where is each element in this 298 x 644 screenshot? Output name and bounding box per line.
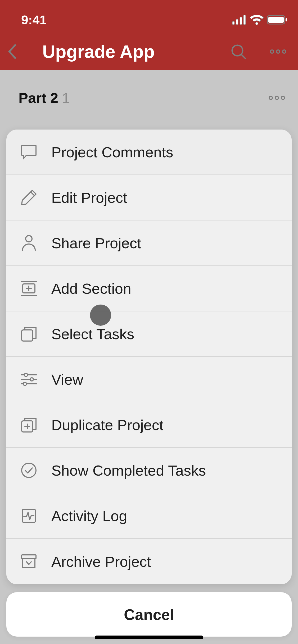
section-count: 1 [62,90,70,106]
menu-item-label: Archive Project [51,553,151,570]
menu-item-archive-project[interactable]: Archive Project [6,539,292,584]
svg-point-24 [24,373,28,376]
action-sheet: Project Comments Edit Project [6,130,292,637]
svg-point-7 [232,45,243,56]
svg-rect-2 [240,17,242,25]
svg-rect-5 [268,17,284,23]
search-icon [231,44,246,59]
svg-rect-34 [22,555,36,559]
svg-point-28 [23,382,26,385]
menu-item-label: Share Project [51,234,141,252]
cellular-icon [232,15,247,25]
svg-point-13 [275,96,278,99]
chevron-left-icon [7,44,17,59]
menu-item-label: Show Completed Tasks [51,462,206,479]
svg-point-10 [277,50,280,53]
menu-item-label: View [51,371,83,388]
back-button[interactable] [0,44,24,59]
svg-rect-22 [22,330,33,341]
check-circle-icon [17,458,41,482]
svg-rect-0 [232,21,234,25]
svg-point-14 [281,96,285,99]
section-title: Part 2 [19,90,58,106]
menu-item-label: Activity Log [51,507,127,525]
duplicate-icon [17,413,41,437]
cancel-label: Cancel [124,606,174,623]
action-sheet-menu: Project Comments Edit Project [6,130,292,584]
section-header: Part 2 1 [19,87,287,108]
sliders-icon [17,367,41,391]
menu-item-share-project[interactable]: Share Project [6,220,292,266]
search-button[interactable] [227,44,250,59]
menu-item-label: Project Comments [51,144,173,161]
more-button[interactable] [266,49,290,54]
home-indicator [95,636,203,639]
status-time: 9:41 [21,13,47,27]
top-bar: 9:41 [0,0,298,70]
svg-point-12 [269,96,272,99]
menu-item-view[interactable]: View [6,357,292,402]
svg-rect-3 [243,15,246,25]
menu-item-label: Select Tasks [51,325,134,343]
status-icons [232,15,287,25]
menu-item-add-section[interactable]: Add Section [6,266,292,311]
activity-icon [17,504,41,528]
svg-rect-6 [286,18,287,21]
more-horizontal-icon [269,49,287,54]
pencil-icon [17,186,41,209]
menu-item-show-completed[interactable]: Show Completed Tasks [6,448,292,493]
svg-point-16 [26,236,32,242]
section-more-button[interactable] [266,95,287,100]
status-bar: 9:41 [0,11,298,29]
menu-item-activity-log[interactable]: Activity Log [6,493,292,539]
menu-item-select-tasks[interactable]: Select Tasks [6,311,292,357]
cancel-button[interactable]: Cancel [6,592,292,637]
menu-item-project-comments[interactable]: Project Comments [6,130,292,175]
comment-icon [17,140,41,164]
more-horizontal-icon [268,95,286,100]
svg-point-32 [22,463,36,477]
svg-point-26 [30,378,33,381]
svg-line-8 [242,55,245,58]
stack-icon [17,322,41,346]
wifi-icon [250,15,264,25]
menu-item-duplicate-project[interactable]: Duplicate Project [6,402,292,448]
archive-icon [17,550,41,573]
svg-rect-1 [236,19,238,25]
nav-bar: Upgrade App [0,34,298,69]
menu-item-label: Duplicate Project [51,416,163,434]
person-icon [17,231,41,255]
menu-item-label: Add Section [51,280,131,297]
add-section-icon [17,277,41,300]
svg-point-11 [283,50,286,53]
battery-icon [267,15,287,25]
menu-item-label: Edit Project [51,189,127,206]
menu-item-edit-project[interactable]: Edit Project [6,175,292,220]
svg-point-9 [270,50,274,53]
nav-title: Upgrade App [42,41,155,62]
